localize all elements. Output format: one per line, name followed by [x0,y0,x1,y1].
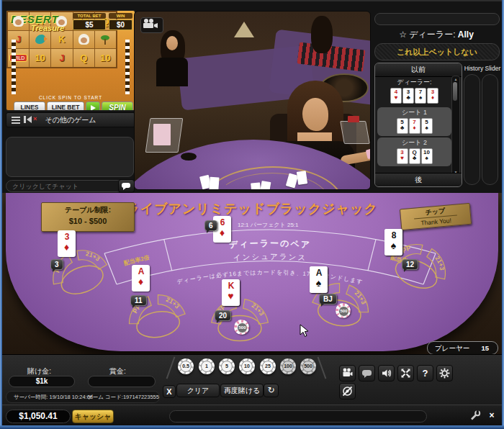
help-button[interactable]: ? [417,365,433,381]
bet-label: 賭け金: [27,366,51,376]
chip-tray-edge [166,357,176,379]
history-card: 7♦ [409,118,420,134]
gear-icon [438,367,451,379]
symbol-J: J [59,53,64,63]
player-card: A♦ [132,265,150,292]
history-card: 10♠ [421,148,433,164]
reel-symbol [95,31,116,49]
history-card: 5♣ [397,118,408,134]
history-slider-track-1[interactable] [464,74,480,185]
clear-button[interactable]: クリア [176,384,220,397]
reel-symbol: 10 [95,49,116,67]
win-box: WIN $0 [109,13,132,30]
history-card: Q♣ [409,148,420,164]
red-card [348,116,359,122]
chip-0.5[interactable]: 0.5 [178,358,194,374]
star-icon[interactable]: ☆ [399,30,407,40]
chat-send-button[interactable] [118,179,135,193]
chat-input[interactable] [6,180,124,192]
stream-quality-button[interactable] [339,365,356,381]
history-next-footer[interactable]: 後 [375,173,462,186]
history-row-title: ディーラー: [377,78,451,87]
player-card: 3♦ [58,230,76,257]
animations-off-button[interactable] [339,383,356,399]
spin-button[interactable]: SPIN [102,101,133,111]
symbol-Q: Q [80,53,87,63]
history-slider-label: History Slider [462,65,503,72]
balance-display: $1,050.41 [6,410,71,423]
table-card [209,177,219,190]
symbol-K: K [58,34,65,45]
parrot-symbol [35,35,45,44]
cashier-button[interactable]: キャッシャー [72,410,114,423]
reel-symbol [73,31,94,49]
server-time: サーバー時間: 19/10/18 10:24:08 [14,392,93,402]
close-button[interactable]: × [485,410,498,422]
chat-messages-box [6,137,134,177]
background-person [311,16,333,53]
scroll-up-icon[interactable]: ▲ [452,77,459,81]
chip-1[interactable]: 1 [199,358,215,374]
video-camera-button[interactable] [140,17,163,33]
hand-total-badge: 20 [215,310,231,321]
film-strip-right [125,40,130,94]
player-card: A♠ [310,266,328,293]
chip-500[interactable]: 500 [300,358,316,374]
history-slider-track-2[interactable] [482,74,498,185]
tools-button[interactable] [469,410,482,422]
history-row-title: シート 2 [377,138,451,148]
sheikh-symbol [78,34,89,45]
reel-symbol: Q [73,49,94,67]
other-games-label[interactable]: その他のゲーム [6,115,135,125]
shuffle-device [181,153,197,161]
limits-label: テーブル制限: [42,205,134,215]
chip-100[interactable]: 100 [280,358,296,374]
bet-chip: 500 [234,320,249,335]
player-card: K♥ [222,279,240,306]
history-row-dealer: ディーラー: 4♥ 3♣ 7♠ 3♦ [377,77,451,106]
players-label: プレーヤー [435,344,469,353]
hand-total-badge: BJ [319,294,337,304]
background-dealer-body [156,58,188,86]
player-card: 8♠ [384,229,402,256]
settings-button[interactable] [436,365,453,381]
table-card [260,181,271,190]
symbol-10: 10 [100,53,110,63]
fullscreen-button[interactable] [397,365,414,381]
chat-bubble-icon [361,367,373,379]
chat-toggle-button[interactable] [359,365,375,381]
server-info-bar: サーバー時間: 19/10/18 10:24:08 ゲーム コード:197147… [6,391,160,403]
rebet-icon[interactable]: ↻ [264,384,279,397]
history-card: 7♠ [415,88,426,104]
dealer-name-line: ☆ ディーラー: Ally [372,29,501,41]
bet-spot-2[interactable]: PP 21+3 [114,274,196,346]
symbol-J: J [16,34,21,45]
slot-game-widget[interactable]: DESERT Treasure TOTAL BET $5 WIN $0 A 10… [6,10,135,111]
total-bet-label: TOTAL BET [73,13,106,19]
history-card: 5♠ [421,118,433,134]
lines-button[interactable]: LINES [14,101,45,111]
play-icon[interactable] [86,101,100,111]
sound-button[interactable] [378,365,395,381]
other-games-bar[interactable]: × その他のゲーム [6,112,135,127]
chip-5[interactable]: 5 [219,358,235,374]
live-video-feed [134,11,371,190]
total-bet-value: $5 [73,19,106,30]
reel-symbol [30,31,50,49]
chip-25[interactable]: 25 [260,358,276,374]
no-more-bets-button[interactable]: これ以上ベットしない [374,43,500,60]
chip-10[interactable]: 10 [239,358,255,374]
rebet-button[interactable]: 再度賭ける [220,384,264,397]
scrollbar-thumb[interactable] [453,82,457,101]
total-bet-box: TOTAL BET $5 [73,13,106,30]
clear-x-button[interactable]: X [163,385,176,398]
history-card: 3♣ [402,88,414,104]
line-bet-button[interactable]: LINE BET [47,101,84,111]
history-scrollbar[interactable]: ▲ ▼ [451,76,460,176]
history-card: 4♥ [390,88,402,104]
bet-amount-field: $1k [9,376,75,387]
dealer-label: ディーラー: [409,30,455,40]
prize-label: 賞金: [109,366,126,376]
history-rows: ディーラー: 4♥ 3♣ 7♠ 3♦ シート 1 5♣ 7♦ 5♠ シート 2 [377,76,451,176]
background-dealer-face [166,36,178,50]
